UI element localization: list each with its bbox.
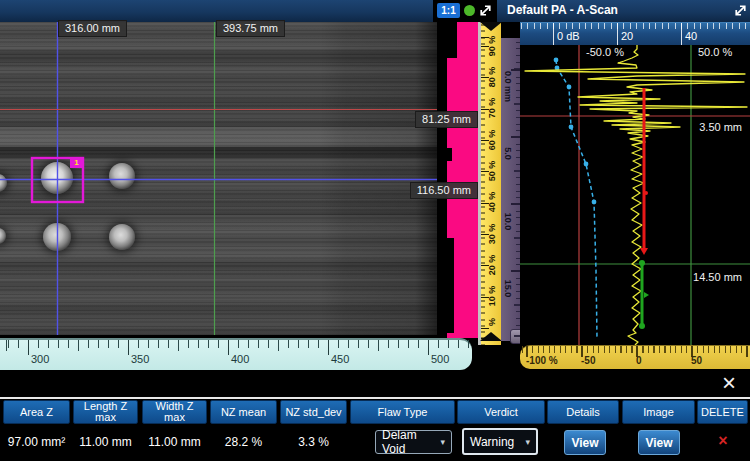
image-view-button[interactable]: View	[638, 430, 680, 455]
depth-label: 5.0	[502, 136, 513, 172]
amp-label: 0	[636, 355, 642, 366]
verdict-value: Warning	[470, 435, 514, 449]
amp-label: -100 %	[526, 355, 558, 366]
status-dot-icon	[464, 5, 475, 16]
v-cursor1-label: 316.00 mm	[58, 20, 127, 37]
depth-mm-ruler[interactable]: 0.0 mm 5.0 10.0 15.0	[501, 38, 520, 341]
pct-label: 90 %	[486, 29, 498, 63]
x-tick-label: 300	[31, 353, 49, 365]
flaw-type-value: Delam Void	[382, 428, 440, 456]
depth-line1-label: 3.50 mm	[699, 121, 742, 133]
chevron-down-icon: ▾	[440, 437, 445, 447]
depth-line2-label: 14.50 mm	[693, 271, 742, 283]
cscan-panel-header	[0, 0, 433, 22]
pct-label: 20 %	[486, 248, 498, 282]
pct-label: 70 %	[486, 91, 498, 125]
amp-label: 50	[691, 355, 702, 366]
x-tick-label: 500	[431, 353, 449, 365]
pos-gate-label: 50.0 %	[698, 46, 732, 58]
pct-label: 60 %	[486, 123, 498, 157]
table-top-border	[0, 397, 750, 399]
pct-label: 50 %	[486, 154, 498, 188]
ascan-panel-title: Default PA - A-Scan	[507, 3, 618, 17]
db-label: 20	[621, 30, 633, 42]
cell-width-z: 11.00 mm	[142, 427, 207, 457]
h-cursor1-label: 81.25 mm	[415, 111, 478, 128]
amplitude-axis-ruler[interactable]: -100 % -50 0 50	[520, 345, 750, 369]
ascan-traces	[520, 45, 750, 345]
range-pointer-top[interactable]	[480, 22, 502, 31]
x-tick-label: 350	[131, 353, 149, 365]
cell-area-z: 97.00 mm²	[3, 427, 70, 457]
pct-label: 40 %	[486, 185, 498, 219]
ascan-panel-header: Default PA - A-Scan	[497, 0, 750, 22]
range-pointer-bottom[interactable]	[480, 332, 502, 341]
side-strip-image[interactable]	[437, 22, 478, 338]
h-cursor2-label: 116.50 mm	[410, 182, 478, 199]
col-header-length-z[interactable]: Length Z max	[73, 400, 138, 424]
delete-row-button[interactable]: ×	[712, 430, 734, 452]
amplitude-percent-ruler[interactable]: 90 % 80 % 70 % 60 % 50 % 40 % 30 % 20 % …	[481, 22, 501, 345]
col-header-delete[interactable]: DELETE	[697, 400, 748, 424]
flaw-type-select[interactable]: Delam Void ▾	[375, 430, 452, 454]
pct-label: 30 %	[486, 217, 498, 251]
cscan-image[interactable]: 1	[0, 22, 437, 335]
zoom-1-1-button[interactable]: 1:1	[437, 3, 460, 18]
cell-nz-std-dev: 3.3 %	[280, 427, 347, 457]
cell-nz-mean: 28.2 %	[210, 427, 277, 457]
x-tick-label: 400	[231, 353, 249, 365]
details-view-button[interactable]: View	[564, 430, 606, 455]
app-window: 1:1 Default PA - A-Scan 1	[0, 0, 750, 461]
ascan-expand-icon[interactable]	[732, 2, 749, 19]
depth-label: 10.0	[502, 204, 513, 240]
cscan-cursor-overlay	[0, 22, 437, 335]
cell-length-z: 11.00 mm	[73, 427, 138, 457]
expand-icon[interactable]	[477, 2, 494, 19]
ascan-plot[interactable]: -50.0 % 50.0 % 3.50 mm 14.50 mm	[520, 45, 750, 345]
db-label: 40	[685, 30, 697, 42]
verdict-select[interactable]: Warning ▾	[462, 428, 538, 455]
amp-label: -50	[581, 355, 595, 366]
close-icon[interactable]: ×	[716, 370, 742, 396]
neg-gate-label: -50.0 %	[586, 46, 624, 58]
col-header-area-z[interactable]: Area Z	[3, 400, 70, 424]
roi-number-badge[interactable]: 1	[70, 157, 83, 168]
depth-label: 0.0 mm	[502, 69, 513, 105]
col-header-nz-std-dev[interactable]: NZ std_dev	[280, 400, 347, 424]
col-header-details[interactable]: Details	[547, 400, 619, 424]
col-header-verdict[interactable]: Verdict	[457, 400, 545, 424]
chevron-down-icon: ▾	[525, 437, 530, 447]
col-header-image[interactable]: Image	[622, 400, 695, 424]
col-header-nz-mean[interactable]: NZ mean	[210, 400, 277, 424]
depth-label: 15.0	[502, 271, 513, 307]
db-gain-ruler[interactable]: 0 dB 20 40	[520, 22, 750, 46]
v-cursor2-label: 393.75 mm	[216, 20, 285, 37]
x-tick-label: 450	[331, 353, 349, 365]
scan-axis-ruler[interactable]: 300 350 400 450 500	[0, 338, 472, 370]
pct-label: 80 %	[486, 60, 498, 94]
col-header-flaw-type[interactable]: Flaw Type	[350, 400, 455, 424]
db-label: 0 dB	[557, 30, 580, 42]
col-header-width-z[interactable]: Width Z max	[142, 400, 207, 424]
